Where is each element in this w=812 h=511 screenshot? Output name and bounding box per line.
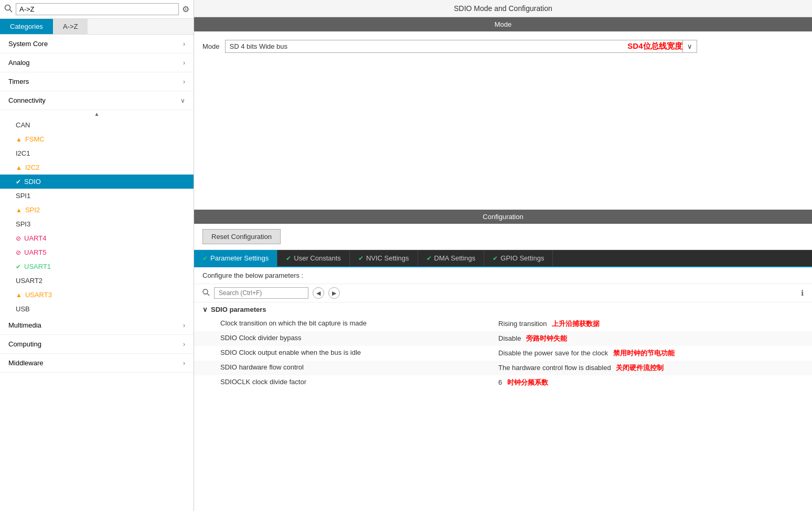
- sidebar-item-label: FSMC: [25, 135, 45, 143]
- sidebar-item-analog[interactable]: Analog ›: [0, 53, 194, 72]
- sidebar-tabs: Categories A->Z: [0, 19, 194, 35]
- param-name: SDIO Clock output enable when the bus is…: [194, 346, 472, 361]
- chevron-right-icon: ›: [183, 360, 185, 367]
- chevron-right-icon: ›: [183, 78, 185, 85]
- sidebar-item-multimedia[interactable]: Multimedia ›: [0, 316, 194, 335]
- mode-select[interactable]: SD 4 bits Wide bus SD4位总线宽度 ∨: [225, 40, 697, 53]
- main-title: SDIO Mode and Configuration: [194, 0, 812, 17]
- chevron-down-icon: ∨: [180, 97, 185, 104]
- param-annotation: 时钟分频系数: [507, 378, 548, 386]
- mode-annotation: SD4位总线宽度: [627, 41, 682, 51]
- sidebar-item-label: Analog: [8, 59, 29, 67]
- reset-configuration-button[interactable]: Reset Configuration: [202, 229, 281, 244]
- nav-prev-button[interactable]: ◀: [313, 287, 324, 299]
- sidebar-item-fsmc[interactable]: ▲ FSMC: [0, 132, 194, 146]
- search-icon: [4, 4, 13, 14]
- sidebar-item-spi1[interactable]: SPI1: [0, 189, 194, 203]
- sidebar-item-label: UART4: [24, 234, 46, 242]
- tab-user-constants[interactable]: ✔ User Constants: [277, 250, 350, 266]
- sidebar-item-uart5[interactable]: ⊘ UART5: [0, 245, 194, 259]
- tab-label: Parameter Settings: [210, 254, 269, 262]
- sidebar-item-spi3[interactable]: SPI3: [0, 217, 194, 231]
- sidebar-item-label: I2C2: [25, 164, 39, 171]
- param-name: SDIO hardware flow control: [194, 361, 472, 375]
- config-tabs: ✔ Parameter Settings ✔ User Constants ✔ …: [194, 250, 812, 267]
- sidebar-item-connectivity[interactable]: Connectivity ∨: [0, 91, 194, 110]
- sidebar-item-system-core[interactable]: System Core ›: [0, 35, 194, 53]
- sidebar-item-label: USART3: [25, 291, 52, 299]
- tab-check-icon: ✔: [358, 255, 364, 262]
- tab-check-icon: ✔: [493, 255, 498, 262]
- tab-dma-settings[interactable]: ✔ DMA Settings: [418, 250, 485, 266]
- params-search-input[interactable]: [214, 287, 308, 299]
- mode-row: Mode SD 4 bits Wide bus SD4位总线宽度 ∨: [202, 40, 804, 53]
- sidebar-item-usart3[interactable]: ▲ USART3: [0, 288, 194, 302]
- tab-categories[interactable]: Categories: [0, 19, 53, 34]
- warning-icon: ▲: [16, 136, 22, 143]
- sidebar-item-label: SPI3: [16, 220, 30, 228]
- params-area: Configure the below parameters : ◀ ▶ ℹ ∨…: [194, 267, 812, 511]
- nav-next-button[interactable]: ▶: [328, 287, 340, 299]
- svg-line-3: [207, 293, 209, 296]
- config-section-header: Configuration: [194, 210, 812, 224]
- sidebar-item-usart1[interactable]: ✔ USART1: [0, 259, 194, 274]
- param-name: SDIO Clock divider bypass: [194, 331, 472, 346]
- expand-icon: ∨: [202, 306, 208, 313]
- svg-line-1: [10, 10, 13, 13]
- param-name: SDIOCLK clock divide factor: [194, 375, 472, 390]
- sidebar-item-computing[interactable]: Computing ›: [0, 335, 194, 354]
- warning-icon: ▲: [16, 164, 22, 171]
- mode-label: Mode: [202, 42, 220, 50]
- tab-gpio-settings[interactable]: ✔ GPIO Settings: [484, 250, 553, 266]
- params-description: Configure the below parameters :: [194, 267, 812, 284]
- sidebar-item-usb[interactable]: USB: [0, 302, 194, 316]
- sidebar-item-label: USART2: [16, 277, 42, 285]
- param-annotation: 禁用时钟的节电功能: [613, 349, 675, 357]
- no-icon: ⊘: [16, 235, 21, 242]
- param-group-header[interactable]: ∨ SDIO parameters: [194, 302, 812, 317]
- sidebar: ⚙ Categories A->Z System Core › Analog ›…: [0, 0, 194, 511]
- sidebar-item-spi2[interactable]: ▲ SPI2: [0, 203, 194, 217]
- param-annotation: 关闭硬件流控制: [616, 364, 664, 372]
- warning-icon: ▲: [16, 291, 22, 299]
- tab-parameter-settings[interactable]: ✔ Parameter Settings: [194, 250, 277, 266]
- tab-label: User Constants: [294, 254, 341, 262]
- table-row: SDIO Clock divider bypass Disable 旁路时钟失能: [194, 331, 812, 346]
- connectivity-sub-items: CAN ▲ FSMC I2C1 ▲ I2C2 ✔ SDIO S: [0, 118, 194, 316]
- tab-nvic-settings[interactable]: ✔ NVIC Settings: [350, 250, 418, 266]
- mode-content: Mode SD 4 bits Wide bus SD4位总线宽度 ∨: [194, 31, 812, 210]
- table-row: SDIO Clock output enable when the bus is…: [194, 346, 812, 361]
- mode-dropdown-arrow[interactable]: ∨: [682, 40, 697, 52]
- search-input[interactable]: [16, 3, 179, 15]
- sidebar-item-label: SDIO: [24, 178, 41, 186]
- sidebar-item-can[interactable]: CAN: [0, 118, 194, 132]
- table-row: SDIOCLK clock divide factor 6 时钟分频系数: [194, 375, 812, 390]
- info-icon[interactable]: ℹ: [801, 289, 804, 297]
- sidebar-item-label: Computing: [8, 340, 41, 348]
- sidebar-item-uart4[interactable]: ⊘ UART4: [0, 231, 194, 245]
- chevron-right-icon: ›: [183, 59, 185, 67]
- sidebar-item-usart2[interactable]: USART2: [0, 274, 194, 288]
- svg-point-0: [5, 5, 10, 10]
- mode-section-header: Mode: [194, 17, 812, 31]
- sidebar-item-i2c1[interactable]: I2C1: [0, 146, 194, 160]
- tab-label: GPIO Settings: [500, 254, 544, 262]
- sidebar-item-label: CAN: [16, 121, 30, 129]
- sidebar-item-sdio[interactable]: ✔ SDIO: [0, 175, 194, 189]
- param-group-label: SDIO parameters: [211, 306, 266, 313]
- scroll-up-indicator: ▲: [0, 110, 194, 118]
- check-icon: ✔: [16, 178, 21, 186]
- sidebar-list: System Core › Analog › Timers › Connecti…: [0, 35, 194, 511]
- param-value: Rising transition 上升沿捕获数据: [472, 317, 812, 331]
- sidebar-item-middleware[interactable]: Middleware ›: [0, 354, 194, 373]
- param-annotation: 旁路时钟失能: [526, 334, 567, 342]
- sidebar-item-timers[interactable]: Timers ›: [0, 72, 194, 91]
- warning-icon: ▲: [16, 206, 22, 214]
- tab-check-icon: ✔: [202, 255, 208, 262]
- chevron-right-icon: ›: [183, 341, 185, 348]
- sidebar-item-label: UART5: [24, 248, 46, 256]
- sidebar-item-label: Middleware: [8, 359, 43, 367]
- sidebar-item-i2c2[interactable]: ▲ I2C2: [0, 160, 194, 175]
- gear-icon[interactable]: ⚙: [182, 4, 189, 14]
- tab-az[interactable]: A->Z: [53, 19, 88, 34]
